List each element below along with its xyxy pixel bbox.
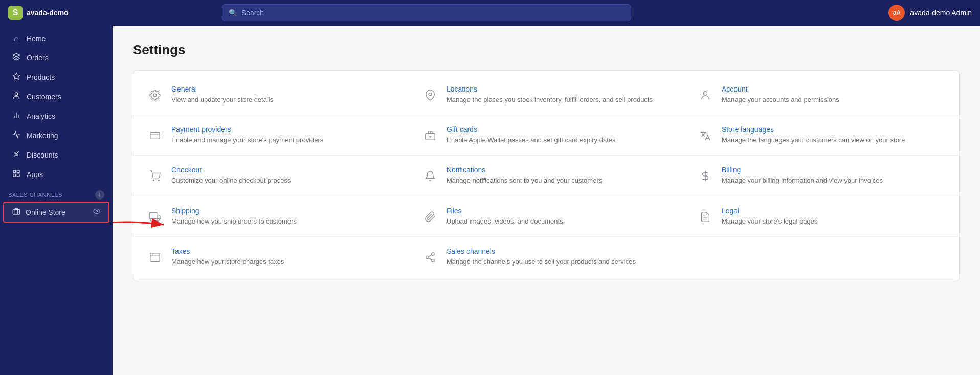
checkout-desc: Customize your online checkout process — [171, 176, 291, 185]
sidebar-item-marketing[interactable]: Marketing — [3, 126, 109, 145]
online-store-label: Online Store — [26, 208, 65, 216]
payment-providers-icon — [146, 126, 164, 145]
settings-card: General View and update your store detai… — [133, 70, 960, 281]
general-text: General View and update your store detai… — [171, 85, 273, 104]
svg-point-37 — [432, 259, 435, 262]
settings-item-store-languages[interactable]: Store languages Manage the languages you… — [684, 115, 959, 156]
shopify-icon: S — [8, 6, 23, 20]
settings-row-3: Checkout Customize your online checkout … — [133, 156, 959, 196]
billing-desc: Manage your billing information and view… — [722, 176, 883, 185]
checkout-icon — [146, 167, 164, 185]
shipping-icon — [146, 208, 164, 226]
settings-item-taxes[interactable]: Taxes Manage how your store charges taxe… — [133, 237, 409, 277]
sidebar-item-analytics[interactable]: Analytics — [3, 106, 109, 126]
svg-point-24 — [158, 180, 159, 181]
billing-icon — [696, 167, 715, 185]
general-title: General — [171, 85, 273, 93]
taxes-text: Taxes Manage how your store charges taxe… — [171, 247, 284, 267]
settings-item-checkout[interactable]: Checkout Customize your online checkout … — [133, 156, 409, 196]
avatar[interactable]: aA — [888, 5, 905, 21]
sales-channels-label: SALES CHANNELS — [8, 192, 62, 198]
svg-rect-8 — [13, 170, 16, 173]
home-icon: ⌂ — [11, 34, 21, 43]
page-title: Settings — [133, 42, 960, 58]
settings-item-billing[interactable]: Billing Manage your billing information … — [684, 156, 959, 196]
main-layout: ⌂ Home Orders Products Customers Analy — [0, 26, 980, 375]
brand-name: avada-demo — [27, 9, 69, 17]
discounts-icon — [11, 150, 21, 160]
general-icon — [146, 86, 164, 104]
files-icon — [421, 208, 439, 226]
legal-icon — [696, 208, 715, 226]
svg-point-29 — [157, 218, 160, 221]
legal-desc: Manage your store's legal pages — [722, 217, 817, 226]
gift-cards-desc: Enable Apple Wallet passes and set gift … — [447, 136, 615, 145]
svg-rect-32 — [150, 253, 160, 262]
notifications-desc: Manage notifications sent to you and you… — [447, 176, 602, 185]
sidebar-item-orders[interactable]: Orders — [3, 48, 109, 68]
search-box[interactable]: 🔍 — [222, 4, 631, 21]
settings-item-general[interactable]: General View and update your store detai… — [133, 75, 409, 115]
account-title: Account — [722, 85, 839, 93]
settings-item-files[interactable]: Files Upload images, videos, and documen… — [409, 196, 684, 237]
settings-item-sales-channels[interactable]: Sales channels Manage the channels you u… — [409, 237, 684, 277]
svg-rect-10 — [17, 174, 19, 177]
store-languages-desc: Manage the languages your customers can … — [722, 136, 905, 145]
sidebar-item-apps[interactable]: Apps — [3, 165, 109, 184]
files-title: Files — [447, 207, 563, 215]
add-sales-channel-button[interactable]: + — [95, 190, 104, 200]
settings-item-empty — [684, 237, 959, 277]
analytics-icon — [11, 111, 21, 121]
brand-logo[interactable]: S avada-demo — [8, 6, 90, 20]
sidebar-label-marketing: Marketing — [27, 131, 58, 140]
settings-item-account[interactable]: Account Manage your accounts and permiss… — [684, 75, 959, 115]
shipping-title: Shipping — [171, 207, 297, 215]
sidebar-label-analytics: Analytics — [27, 112, 55, 120]
notifications-icon — [421, 167, 439, 185]
sidebar-label-apps: Apps — [27, 170, 43, 179]
admin-label: avada-demo Admin — [910, 9, 972, 17]
sidebar-item-discounts[interactable]: Discounts — [3, 145, 109, 165]
sidebar-label-orders: Orders — [27, 54, 49, 62]
settings-item-gift-cards[interactable]: Gift cards Enable Apple Wallet passes an… — [409, 115, 684, 156]
settings-row-5: Taxes Manage how your store charges taxe… — [133, 237, 959, 277]
settings-container: General View and update your store detai… — [133, 70, 960, 281]
taxes-icon — [146, 248, 164, 267]
sidebar-item-home[interactable]: ⌂ Home — [3, 30, 109, 48]
svg-rect-9 — [17, 170, 19, 173]
search-input[interactable] — [241, 9, 625, 17]
gift-cards-icon — [421, 126, 439, 145]
shipping-desc: Manage how you ship orders to customers — [171, 217, 297, 226]
sidebar-label-customers: Customers — [27, 93, 61, 101]
svg-marker-0 — [13, 73, 19, 79]
sidebar-item-online-store[interactable]: Online Store — [3, 202, 109, 223]
sales-channels-text: Sales channels Manage the channels you u… — [447, 247, 636, 267]
svg-rect-26 — [150, 212, 157, 218]
settings-item-legal[interactable]: Legal Manage your store's legal pages — [684, 196, 959, 237]
svg-point-35 — [432, 253, 435, 256]
notifications-text: Notifications Manage notifications sent … — [447, 166, 602, 185]
svg-line-38 — [429, 258, 432, 260]
sidebar-item-customers[interactable]: Customers — [3, 87, 109, 106]
orders-icon — [11, 53, 21, 63]
sales-channels-desc: Manage the channels you use to sell your… — [447, 257, 636, 267]
legal-text: Legal Manage your store's legal pages — [722, 207, 817, 226]
store-languages-icon — [696, 126, 715, 145]
sidebar-label-home: Home — [27, 35, 46, 43]
billing-text: Billing Manage your billing information … — [722, 166, 883, 185]
svg-line-39 — [429, 255, 432, 257]
account-desc: Manage your accounts and permissions — [722, 95, 839, 104]
billing-title: Billing — [722, 166, 883, 174]
svg-point-17 — [703, 92, 707, 95]
sidebar-label-products: Products — [27, 73, 55, 81]
sidebar-item-products[interactable]: Products — [3, 68, 109, 87]
settings-item-shipping[interactable]: Shipping Manage how you ship orders to c… — [133, 196, 409, 237]
settings-item-locations[interactable]: Locations Manage the places you stock in… — [409, 75, 684, 115]
svg-point-16 — [429, 93, 432, 96]
search-container: 🔍 — [222, 4, 631, 21]
products-icon — [11, 72, 21, 82]
topnav-right: aA avada-demo Admin — [888, 5, 972, 21]
general-desc: View and update your store details — [171, 95, 273, 104]
settings-item-payment-providers[interactable]: Payment providers Enable and manage your… — [133, 115, 409, 156]
settings-item-notifications[interactable]: Notifications Manage notifications sent … — [409, 156, 684, 196]
